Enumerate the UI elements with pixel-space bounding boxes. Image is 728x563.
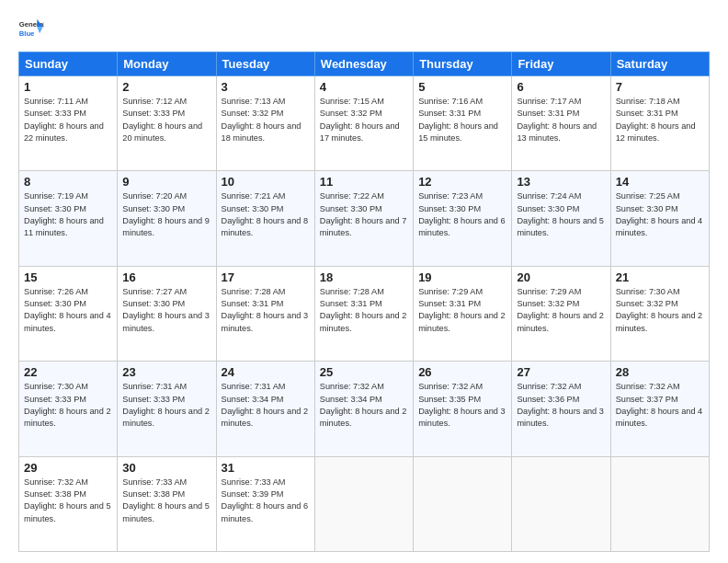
cell-info: Sunrise: 7:32 AMSunset: 3:37 PMDaylight:… [616, 381, 704, 430]
day-number: 19 [418, 270, 506, 284]
calendar-cell: 13Sunrise: 7:24 AMSunset: 3:30 PMDayligh… [512, 171, 610, 266]
cell-info: Sunrise: 7:23 AMSunset: 3:30 PMDaylight:… [418, 190, 506, 239]
calendar-cell: 17Sunrise: 7:28 AMSunset: 3:31 PMDayligh… [216, 266, 314, 361]
calendar-cell: 9Sunrise: 7:20 AMSunset: 3:30 PMDaylight… [118, 171, 216, 266]
day-number: 28 [616, 365, 704, 379]
calendar-week-1: 1Sunrise: 7:11 AMSunset: 3:33 PMDaylight… [19, 76, 710, 171]
calendar-cell [512, 456, 610, 551]
day-number: 20 [517, 270, 605, 284]
day-number: 7 [616, 80, 704, 94]
cell-info: Sunrise: 7:27 AMSunset: 3:30 PMDaylight:… [122, 286, 210, 335]
cell-info: Sunrise: 7:15 AMSunset: 3:32 PMDaylight:… [320, 96, 408, 144]
cell-info: Sunrise: 7:30 AMSunset: 3:32 PMDaylight:… [616, 286, 704, 335]
day-number: 17 [222, 270, 310, 284]
day-number: 6 [517, 80, 605, 94]
calendar-cell: 24Sunrise: 7:31 AMSunset: 3:34 PMDayligh… [216, 362, 314, 456]
cell-info: Sunrise: 7:31 AMSunset: 3:33 PMDaylight:… [122, 381, 210, 430]
calendar-table: SundayMondayTuesdayWednesdayThursdayFrid… [18, 52, 710, 552]
calendar-cell: 2Sunrise: 7:12 AMSunset: 3:33 PMDaylight… [118, 76, 216, 171]
svg-text:Blue: Blue [19, 29, 35, 38]
day-number: 1 [24, 80, 112, 94]
cell-info: Sunrise: 7:12 AMSunset: 3:33 PMDaylight:… [122, 96, 210, 144]
day-number: 16 [122, 270, 210, 284]
day-number: 14 [616, 175, 704, 189]
calendar-cell: 7Sunrise: 7:18 AMSunset: 3:31 PMDaylight… [610, 76, 709, 171]
calendar-cell: 5Sunrise: 7:16 AMSunset: 3:31 PMDaylight… [414, 76, 512, 171]
cell-info: Sunrise: 7:17 AMSunset: 3:31 PMDaylight:… [517, 96, 605, 144]
calendar-cell [610, 456, 709, 551]
day-number: 5 [418, 80, 506, 94]
cell-info: Sunrise: 7:19 AMSunset: 3:30 PMDaylight:… [24, 190, 112, 239]
cell-info: Sunrise: 7:21 AMSunset: 3:30 PMDaylight:… [222, 190, 310, 239]
calendar-cell: 25Sunrise: 7:32 AMSunset: 3:34 PMDayligh… [314, 362, 413, 456]
cell-info: Sunrise: 7:32 AMSunset: 3:35 PMDaylight:… [418, 381, 506, 430]
day-number: 8 [24, 175, 112, 189]
calendar-cell: 4Sunrise: 7:15 AMSunset: 3:32 PMDaylight… [314, 76, 413, 171]
calendar-week-2: 8Sunrise: 7:19 AMSunset: 3:30 PMDaylight… [19, 171, 710, 266]
day-number: 2 [122, 80, 210, 94]
day-number: 22 [24, 365, 112, 379]
day-number: 23 [122, 365, 210, 379]
day-header-sunday: Sunday [19, 52, 118, 76]
day-number: 10 [222, 175, 310, 189]
cell-info: Sunrise: 7:13 AMSunset: 3:32 PMDaylight:… [222, 96, 310, 144]
calendar-cell: 19Sunrise: 7:29 AMSunset: 3:31 PMDayligh… [414, 266, 512, 361]
logo-icon: GeneralBlue [18, 17, 44, 42]
day-number: 24 [222, 365, 310, 379]
calendar-cell: 30Sunrise: 7:33 AMSunset: 3:38 PMDayligh… [118, 456, 216, 551]
cell-info: Sunrise: 7:25 AMSunset: 3:30 PMDaylight:… [616, 190, 704, 239]
calendar-cell: 15Sunrise: 7:26 AMSunset: 3:30 PMDayligh… [19, 266, 118, 361]
cell-info: Sunrise: 7:32 AMSunset: 3:36 PMDaylight:… [517, 381, 605, 430]
day-header-tuesday: Tuesday [216, 52, 314, 76]
calendar-cell: 29Sunrise: 7:32 AMSunset: 3:38 PMDayligh… [19, 456, 118, 551]
calendar-cell: 10Sunrise: 7:21 AMSunset: 3:30 PMDayligh… [216, 171, 314, 266]
cell-info: Sunrise: 7:16 AMSunset: 3:31 PMDaylight:… [418, 96, 506, 144]
cell-info: Sunrise: 7:29 AMSunset: 3:31 PMDaylight:… [418, 286, 506, 335]
calendar-week-4: 22Sunrise: 7:30 AMSunset: 3:33 PMDayligh… [19, 362, 710, 456]
day-header-monday: Monday [118, 52, 216, 76]
day-number: 9 [122, 175, 210, 189]
cell-info: Sunrise: 7:24 AMSunset: 3:30 PMDaylight:… [517, 190, 605, 239]
calendar-cell: 18Sunrise: 7:28 AMSunset: 3:31 PMDayligh… [314, 266, 413, 361]
day-header-friday: Friday [512, 52, 610, 76]
calendar-cell: 27Sunrise: 7:32 AMSunset: 3:36 PMDayligh… [512, 362, 610, 456]
cell-info: Sunrise: 7:32 AMSunset: 3:38 PMDaylight:… [24, 477, 112, 525]
calendar-week-5: 29Sunrise: 7:32 AMSunset: 3:38 PMDayligh… [19, 456, 710, 551]
cell-info: Sunrise: 7:28 AMSunset: 3:31 PMDaylight:… [222, 286, 310, 335]
calendar-cell: 20Sunrise: 7:29 AMSunset: 3:32 PMDayligh… [512, 266, 610, 361]
calendar-week-3: 15Sunrise: 7:26 AMSunset: 3:30 PMDayligh… [19, 266, 710, 361]
cell-info: Sunrise: 7:26 AMSunset: 3:30 PMDaylight:… [24, 286, 112, 335]
day-number: 27 [517, 365, 605, 379]
calendar-cell: 28Sunrise: 7:32 AMSunset: 3:37 PMDayligh… [610, 362, 709, 456]
day-number: 30 [122, 461, 210, 475]
day-number: 4 [320, 80, 408, 94]
page: GeneralBlue SundayMondayTuesdayWednesday… [0, 0, 728, 563]
day-number: 11 [320, 175, 408, 189]
calendar-cell: 12Sunrise: 7:23 AMSunset: 3:30 PMDayligh… [414, 171, 512, 266]
calendar-cell: 11Sunrise: 7:22 AMSunset: 3:30 PMDayligh… [314, 171, 413, 266]
calendar-cell: 31Sunrise: 7:33 AMSunset: 3:39 PMDayligh… [216, 456, 314, 551]
calendar-cell: 23Sunrise: 7:31 AMSunset: 3:33 PMDayligh… [118, 362, 216, 456]
calendar-cell: 14Sunrise: 7:25 AMSunset: 3:30 PMDayligh… [610, 171, 709, 266]
day-number: 15 [24, 270, 112, 284]
day-number: 12 [418, 175, 506, 189]
calendar-cell: 6Sunrise: 7:17 AMSunset: 3:31 PMDaylight… [512, 76, 610, 171]
calendar-cell: 1Sunrise: 7:11 AMSunset: 3:33 PMDaylight… [19, 76, 118, 171]
cell-info: Sunrise: 7:28 AMSunset: 3:31 PMDaylight:… [320, 286, 408, 335]
day-number: 21 [616, 270, 704, 284]
day-header-wednesday: Wednesday [314, 52, 413, 76]
logo: GeneralBlue [18, 17, 44, 42]
cell-info: Sunrise: 7:32 AMSunset: 3:34 PMDaylight:… [320, 381, 408, 430]
calendar-cell: 26Sunrise: 7:32 AMSunset: 3:35 PMDayligh… [414, 362, 512, 456]
calendar-cell: 21Sunrise: 7:30 AMSunset: 3:32 PMDayligh… [610, 266, 709, 361]
calendar-cell: 22Sunrise: 7:30 AMSunset: 3:33 PMDayligh… [19, 362, 118, 456]
cell-info: Sunrise: 7:18 AMSunset: 3:31 PMDaylight:… [616, 96, 704, 144]
calendar-body: 1Sunrise: 7:11 AMSunset: 3:33 PMDaylight… [19, 76, 710, 552]
cell-info: Sunrise: 7:33 AMSunset: 3:39 PMDaylight:… [222, 477, 310, 525]
cell-info: Sunrise: 7:33 AMSunset: 3:38 PMDaylight:… [122, 477, 210, 525]
day-number: 31 [222, 461, 310, 475]
cell-info: Sunrise: 7:20 AMSunset: 3:30 PMDaylight:… [122, 190, 210, 239]
day-number: 26 [418, 365, 506, 379]
day-number: 18 [320, 270, 408, 284]
calendar-cell: 16Sunrise: 7:27 AMSunset: 3:30 PMDayligh… [118, 266, 216, 361]
